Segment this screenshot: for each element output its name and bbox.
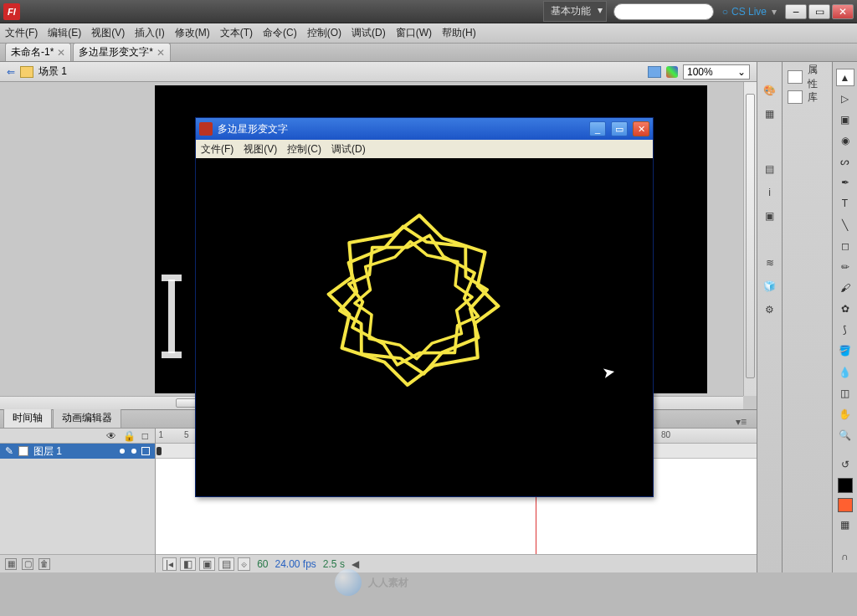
watermark-text: 人人素材 xyxy=(368,576,408,590)
scene-back-button[interactable]: ⇐ xyxy=(7,66,15,78)
text-tool[interactable]: T xyxy=(836,195,854,213)
window-close-button[interactable]: ✕ xyxy=(832,4,854,19)
properties-label: 属性 xyxy=(808,63,827,91)
eyedropper-tool[interactable]: 💧 xyxy=(836,363,854,381)
preview-menu-file[interactable]: 文件(F) xyxy=(201,142,233,157)
search-input[interactable] xyxy=(613,3,714,20)
component-panel-icon[interactable]: ≋ xyxy=(762,254,778,271)
new-folder-button[interactable]: ▢ xyxy=(22,558,33,570)
marker-icon[interactable]: ⟐ xyxy=(238,557,250,571)
preview-max-button[interactable]: ▭ xyxy=(611,121,628,136)
layer-outline-icon[interactable]: □ xyxy=(142,430,148,442)
tab-motion-editor[interactable]: 动画编辑器 xyxy=(53,408,121,428)
delete-layer-button[interactable]: 🗑 xyxy=(38,558,50,570)
preview-min-button[interactable]: _ xyxy=(589,121,606,136)
preview-canvas xyxy=(197,158,652,495)
fps-value: 24.00 fps xyxy=(275,558,316,570)
menu-commands[interactable]: 命令(C) xyxy=(263,26,297,40)
eraser-tool[interactable]: ◫ xyxy=(836,384,854,402)
watermark-logo-icon xyxy=(335,569,362,596)
pen-tool[interactable]: ✒ xyxy=(836,174,854,192)
keyframe[interactable] xyxy=(157,447,162,455)
document-tab[interactable]: 未命名-1*✕ xyxy=(5,43,71,61)
motion-panel-icon[interactable]: ⚙ xyxy=(762,301,778,318)
preview-menu-view[interactable]: 视图(V) xyxy=(244,142,277,157)
onion-icon[interactable]: ◧ xyxy=(180,557,196,571)
preview-menu-debug[interactable]: 调试(D) xyxy=(331,142,366,157)
fill-color-swatch[interactable] xyxy=(838,498,853,512)
onion2-icon[interactable]: ▣ xyxy=(199,557,215,571)
document-tabstrip: 未命名-1*✕ 多边星形变文字*✕ xyxy=(0,44,857,62)
pencil-tool[interactable]: ✏ xyxy=(836,258,854,275)
hand-tool[interactable]: ✋ xyxy=(836,405,854,423)
menu-control[interactable]: 控制(O) xyxy=(307,26,341,40)
collapsed-panel-strip: 🎨 ▦ ▤ i ▣ ≋ 🧊 ⚙ xyxy=(757,62,782,572)
preview-close-button[interactable]: ✕ xyxy=(633,121,649,136)
selection-tool[interactable]: ▲ xyxy=(836,69,854,86)
menu-debug[interactable]: 调试(D) xyxy=(352,26,386,40)
zoom-select[interactable]: 100% xyxy=(683,64,750,80)
tab-close-icon[interactable]: ✕ xyxy=(57,47,65,59)
menu-window[interactable]: 窗口(W) xyxy=(396,26,432,40)
layer-visibility-icon[interactable]: 👁 xyxy=(106,430,116,442)
free-transform-tool[interactable]: ▣ xyxy=(836,110,854,128)
subselection-tool[interactable]: ▷ xyxy=(836,90,854,107)
lasso-tool[interactable]: ᔕ xyxy=(836,153,854,171)
properties-panel-collapsed: 属性 库 xyxy=(782,62,832,572)
time-value: 2.5 s xyxy=(323,558,345,570)
menu-insert[interactable]: 插入(I) xyxy=(135,26,164,40)
info-panel-icon[interactable]: i xyxy=(762,184,778,201)
document-tab[interactable]: 多边星形变文字*✕ xyxy=(73,43,171,61)
workspace-selector[interactable]: 基本功能 xyxy=(543,1,607,22)
menu-help[interactable]: 帮助(H) xyxy=(442,26,476,40)
app-titlebar: Fl 基本功能 CS Live – ▭ ✕ xyxy=(0,0,857,23)
new-layer-button[interactable]: ▦ xyxy=(5,558,17,570)
3d-rotate-tool[interactable]: ◉ xyxy=(836,131,854,149)
swatches-panel-icon[interactable]: ▦ xyxy=(762,105,778,122)
brush-tool[interactable]: 🖌 xyxy=(836,279,854,296)
paint-bucket-tool[interactable]: 🪣 xyxy=(836,342,854,360)
library-icon xyxy=(788,90,803,104)
menu-view[interactable]: 视图(V) xyxy=(91,26,125,40)
menu-text[interactable]: 文本(T) xyxy=(220,26,253,40)
edit-symbol-icon[interactable] xyxy=(666,66,678,78)
layer-lock-icon[interactable]: 🔒 xyxy=(123,430,136,442)
align-panel-icon[interactable]: ▤ xyxy=(762,161,778,177)
window-min-button[interactable]: – xyxy=(785,4,807,19)
color-panel-icon[interactable]: 🎨 xyxy=(762,82,778,99)
zoom-value: 100% xyxy=(687,66,713,78)
properties-item[interactable]: 属性 xyxy=(788,67,827,87)
layer-row[interactable]: ✎ 图层 1 xyxy=(0,444,155,459)
cslive-button[interactable]: CS Live xyxy=(722,6,777,18)
panel-menu-icon[interactable]: ▾≡ xyxy=(729,416,753,428)
options-icon[interactable]: ▦ xyxy=(836,516,854,533)
preview-titlebar[interactable]: 多边星形变文字 _ ▭ ✕ xyxy=(196,118,653,140)
line-tool[interactable]: ╲ xyxy=(836,216,854,234)
stroke-color-swatch[interactable] xyxy=(838,478,853,492)
project-panel-icon[interactable]: 🧊 xyxy=(762,278,778,295)
edit-scene-icon[interactable] xyxy=(648,66,661,78)
layer-color-swatch xyxy=(141,447,150,455)
flash-player-icon xyxy=(199,122,213,136)
preview-menu-control[interactable]: 控制(C) xyxy=(287,142,321,157)
snap-icon[interactable]: ∩ xyxy=(836,548,854,566)
window-max-button[interactable]: ▭ xyxy=(808,4,830,19)
vertical-scrollbar[interactable] xyxy=(743,82,757,396)
onion3-icon[interactable]: ▤ xyxy=(218,557,234,571)
layer-name: 图层 1 xyxy=(33,444,62,459)
bone-tool[interactable]: ⟆ xyxy=(836,321,854,339)
text-cursor-ibeam xyxy=(162,275,182,358)
tab-timeline[interactable]: 时间轴 xyxy=(3,408,52,428)
menu-modify[interactable]: 修改(M) xyxy=(175,26,210,40)
tab-close-icon[interactable]: ✕ xyxy=(157,47,165,59)
scene-bar: ⇐ 场景 1 100% xyxy=(0,62,757,82)
menu-file[interactable]: 文件(F) xyxy=(5,26,38,40)
transform-panel-icon[interactable]: ▣ xyxy=(762,208,778,224)
zoom-tool[interactable]: 🔍 xyxy=(836,426,854,444)
deco-tool[interactable]: ✿ xyxy=(836,300,854,318)
flash-logo: Fl xyxy=(3,3,20,20)
rewind-icon[interactable]: |◂ xyxy=(162,557,177,571)
stroke-swap-icon[interactable]: ↺ xyxy=(836,455,854,473)
rectangle-tool[interactable]: ◻ xyxy=(836,237,854,254)
menu-edit[interactable]: 编辑(E) xyxy=(48,26,81,40)
